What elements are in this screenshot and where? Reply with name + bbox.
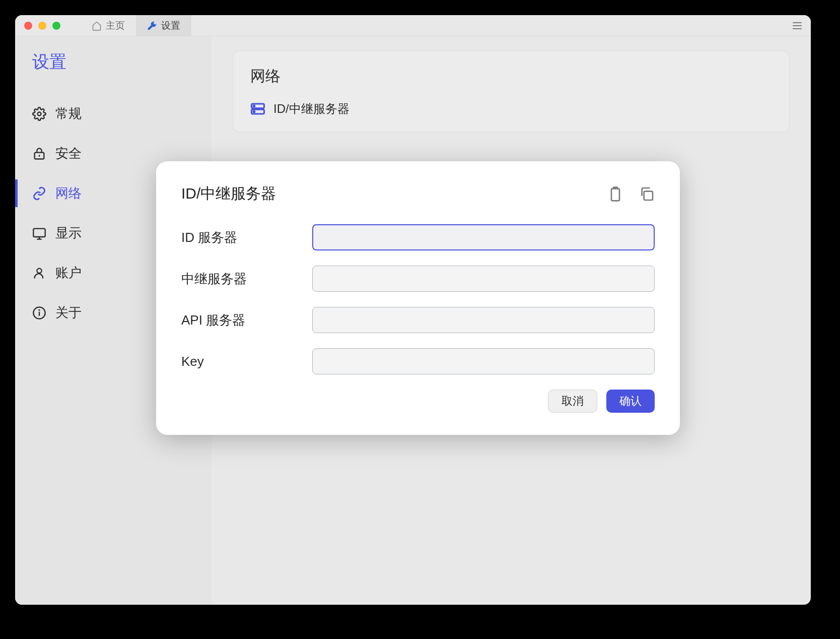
tab-home[interactable]: 主页 [81,15,136,36]
sidebar-item-label: 安全 [55,145,82,162]
api-server-input[interactable] [312,307,655,333]
window-tabs: 主页 设置 [81,15,191,36]
sidebar-item-label: 账户 [55,264,82,282]
wrench-icon [147,21,157,31]
window-close-button[interactable] [24,22,32,30]
server-icon [250,101,265,116]
sidebar-title: 设置 [15,50,212,94]
svg-point-0 [38,112,41,115]
id-server-label: ID 服务器 [181,229,312,246]
lock-icon [32,147,46,161]
cancel-button[interactable]: 取消 [548,390,597,413]
svg-rect-15 [644,191,653,200]
copy-icon[interactable] [639,186,655,202]
svg-rect-3 [33,228,45,236]
relay-server-label: 中继服务器 [181,270,312,288]
svg-point-6 [37,268,41,273]
sidebar-item-label: 关于 [55,304,82,322]
section-title: 网络 [250,66,772,87]
tab-settings[interactable]: 设置 [136,15,191,36]
svg-point-13 [253,111,255,112]
titlebar: 主页 设置 [15,15,811,36]
id-relay-dialog: ID/中继服务器 ID 服务器 中继服务器 API 服务器 Key 取消 确认 [156,161,680,435]
dialog-title: ID/中继服务器 [181,183,276,204]
window-maximize-button[interactable] [52,22,60,30]
confirm-button[interactable]: 确认 [606,390,655,413]
app-window: 主页 设置 设置 常规 安全 网络 [15,15,811,605]
svg-point-12 [253,105,255,107]
tab-label: 主页 [106,19,125,32]
id-relay-server-row[interactable]: ID/中继服务器 [250,101,772,117]
monitor-icon [32,226,46,240]
sidebar-item-label: 显示 [55,224,82,242]
sidebar-item-label: 网络 [55,184,82,202]
api-server-label: API 服务器 [181,311,312,329]
network-section: 网络 ID/中继服务器 [233,50,790,133]
menu-button[interactable] [793,22,802,29]
user-icon [32,266,46,280]
sidebar-item-label: 常规 [55,105,82,122]
relay-server-input[interactable] [312,266,655,292]
paste-icon[interactable] [607,186,623,202]
key-label: Key [181,354,312,369]
id-server-input[interactable] [312,224,655,250]
link-icon [32,186,46,201]
svg-point-9 [39,309,39,310]
window-minimize-button[interactable] [38,22,46,30]
dialog-header: ID/中继服务器 [181,183,655,204]
section-row-label: ID/中继服务器 [273,101,349,117]
home-icon [92,21,102,31]
sidebar-item-general[interactable]: 常规 [15,94,212,134]
key-input[interactable] [312,348,655,374]
svg-rect-14 [611,188,619,201]
traffic-lights [24,22,60,30]
gear-icon [32,107,46,121]
tab-label: 设置 [161,19,180,32]
info-icon [32,306,46,320]
